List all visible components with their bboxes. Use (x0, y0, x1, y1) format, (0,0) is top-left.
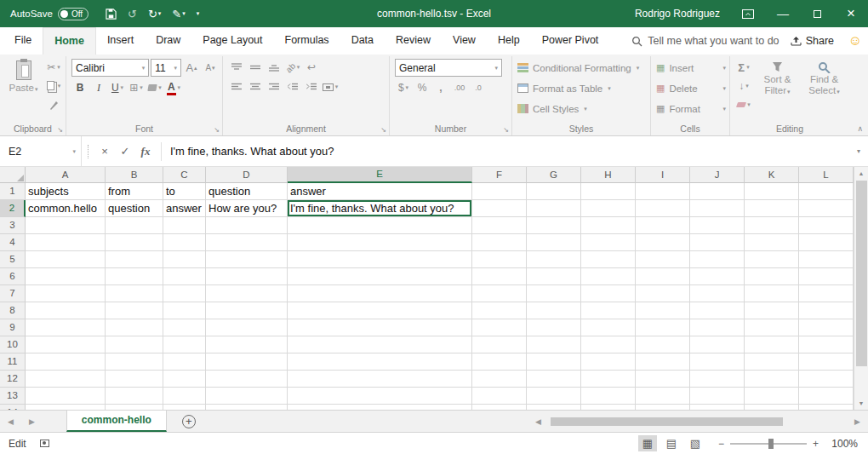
align-top-button[interactable] (228, 59, 245, 76)
row-header-2[interactable]: 2 (0, 200, 26, 217)
row-header-5[interactable]: 5 (0, 251, 26, 268)
cell-H8[interactable] (581, 302, 636, 319)
format-painter-button[interactable] (45, 96, 62, 113)
cell-K11[interactable] (745, 353, 799, 371)
cell-B11[interactable] (106, 353, 163, 371)
undo-button[interactable]: ↺ (128, 8, 137, 20)
ribbon-display-options-button[interactable] (735, 9, 761, 19)
increase-decimal-button[interactable]: .00 (451, 79, 468, 96)
cell-C9[interactable] (163, 319, 206, 336)
clear-button[interactable]: ▾ (735, 96, 752, 113)
cell-D14[interactable] (206, 405, 288, 410)
row-header-14[interactable]: 14 (0, 405, 26, 410)
cell-L7[interactable] (799, 285, 854, 302)
cell-K6[interactable] (745, 268, 799, 285)
new-sheet-button[interactable]: + (182, 415, 196, 428)
decrease-indent-button[interactable] (284, 78, 301, 95)
increase-indent-button[interactable] (303, 78, 320, 95)
cell-K10[interactable] (745, 336, 799, 353)
paste-dropdown-icon[interactable]: ▾ (35, 86, 38, 92)
cell-L1[interactable] (799, 183, 854, 200)
formula-bar-grip[interactable] (88, 145, 89, 158)
cell-B3[interactable] (106, 217, 163, 234)
cell-J11[interactable] (690, 353, 745, 371)
cell-L6[interactable] (799, 268, 854, 285)
cell-B5[interactable] (106, 251, 163, 268)
cell-K13[interactable] (745, 388, 799, 405)
cell-L10[interactable] (799, 336, 854, 353)
cell-K5[interactable] (745, 251, 799, 268)
close-button[interactable]: × (834, 0, 868, 27)
cell-A5[interactable] (26, 251, 106, 268)
cell-G9[interactable] (527, 319, 581, 336)
font-name-combobox[interactable]: Calibri▾ (71, 59, 149, 77)
cell-E7[interactable] (288, 285, 472, 302)
maximize-button[interactable] (800, 0, 834, 27)
tab-view[interactable]: View (442, 27, 487, 55)
tab-file[interactable]: File (3, 27, 43, 55)
cell-J12[interactable] (690, 371, 745, 388)
cell-H1[interactable] (581, 183, 636, 200)
cell-L5[interactable] (799, 251, 854, 268)
cell-I3[interactable] (636, 217, 690, 234)
feedback-smiley-icon[interactable]: ☺ (842, 27, 868, 55)
cell-J1[interactable] (690, 183, 745, 200)
pen-dropdown-icon[interactable]: ▾ (182, 10, 186, 17)
cell-J14[interactable] (690, 405, 745, 410)
customize-quick-access-button[interactable]: ▾ (197, 10, 200, 17)
fill-color-button[interactable]: ▾ (146, 79, 163, 96)
clipboard-dialog-launcher[interactable]: ↘ (57, 127, 63, 134)
cell-L13[interactable] (799, 388, 854, 405)
scroll-up-icon[interactable]: ▲ (859, 167, 865, 180)
cell-D7[interactable] (206, 285, 288, 302)
cell-L2[interactable] (799, 200, 854, 217)
cell-K12[interactable] (745, 371, 799, 388)
column-header-G[interactable]: G (527, 167, 581, 183)
cell-E9[interactable] (288, 319, 472, 336)
cell-C12[interactable] (163, 371, 206, 388)
column-header-F[interactable]: F (472, 167, 527, 183)
horizontal-scroll-thumb[interactable] (551, 417, 783, 426)
autosave-toggle[interactable]: AutoSave Off (0, 8, 97, 20)
copy-button[interactable]: ▾ (45, 78, 62, 95)
conditional-formatting-button[interactable]: Conditional Formatting▾ (517, 59, 647, 77)
cell-I2[interactable] (636, 200, 690, 217)
cell-C3[interactable] (163, 217, 206, 234)
cell-D8[interactable] (206, 302, 288, 319)
autosave-pill[interactable]: Off (58, 8, 89, 20)
cell-E12[interactable] (288, 371, 472, 388)
insert-function-button[interactable]: fx (135, 145, 156, 158)
cell-G5[interactable] (527, 251, 581, 268)
align-right-button[interactable] (266, 78, 283, 95)
comma-format-button[interactable]: , (432, 79, 449, 96)
cell-L4[interactable] (799, 234, 854, 251)
cell-J2[interactable] (690, 200, 745, 217)
format-as-table-button[interactable]: Format as Table▾ (517, 79, 647, 97)
formula-input[interactable]: I'm fine, thanks. What about you? (167, 145, 849, 158)
column-header-L[interactable]: L (799, 167, 854, 183)
bold-button[interactable]: B (71, 79, 89, 96)
cell-styles-button[interactable]: Cell Styles▾ (517, 100, 647, 118)
cell-A10[interactable] (26, 336, 106, 353)
cell-B12[interactable] (106, 371, 163, 388)
cell-K8[interactable] (745, 302, 799, 319)
macro-record-icon[interactable] (40, 440, 49, 447)
cell-E2[interactable]: I'm fine, thanks. What about you? (288, 200, 472, 217)
cell-I10[interactable] (636, 336, 690, 353)
font-size-dropdown-icon[interactable]: ▾ (174, 65, 177, 72)
cell-A4[interactable] (26, 234, 106, 251)
cell-K14[interactable] (745, 405, 799, 410)
column-header-E[interactable]: E (288, 167, 472, 183)
cell-H12[interactable] (581, 371, 636, 388)
cell-J9[interactable] (690, 319, 745, 336)
paste-button[interactable]: Paste▾ (5, 59, 42, 113)
cell-D5[interactable] (206, 251, 288, 268)
cell-F3[interactable] (472, 217, 527, 234)
cell-C7[interactable] (163, 285, 206, 302)
row-header-1[interactable]: 1 (0, 183, 26, 200)
cell-F9[interactable] (472, 319, 527, 336)
align-center-button[interactable] (247, 78, 264, 95)
cell-A13[interactable] (26, 388, 106, 405)
cell-F7[interactable] (472, 285, 527, 302)
cell-H7[interactable] (581, 285, 636, 302)
